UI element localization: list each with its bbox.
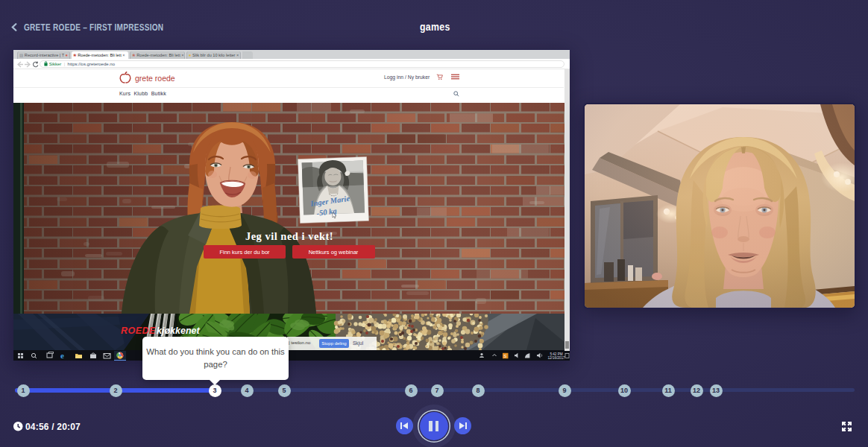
svg-text:Nettkurs og webinar: Nettkurs og webinar xyxy=(309,249,359,256)
svg-text:e: e xyxy=(60,351,64,360)
svg-text:grete roede: grete roede xyxy=(135,74,175,83)
svg-text:12/16/2017: 12/16/2017 xyxy=(548,356,565,360)
svg-text:ROEDE: ROEDE xyxy=(121,326,156,336)
svg-text:Jeg vil ned i vekt!: Jeg vil ned i vekt! xyxy=(245,230,333,242)
svg-text:S: S xyxy=(504,354,507,358)
svg-text:kjøkkenet: kjøkkenet xyxy=(157,326,201,336)
svg-text:Finn kurs der du bor: Finn kurs der du bor xyxy=(219,249,270,256)
